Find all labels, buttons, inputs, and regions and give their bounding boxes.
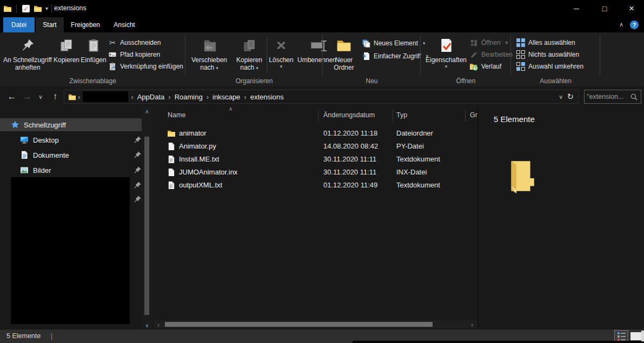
forward-button[interactable]: → xyxy=(19,86,35,107)
column-separator[interactable] xyxy=(465,110,466,122)
scroll-down-icon[interactable]: ∨ xyxy=(142,321,152,329)
properties-button[interactable]: Eigenschaften ▾ xyxy=(424,35,468,75)
scroll-left-icon[interactable]: ‹ xyxy=(154,320,163,328)
edit-button[interactable]: Bearbeiten xyxy=(469,49,513,60)
open-label: Öffnen xyxy=(481,39,501,46)
delete-label: Löschen xyxy=(269,56,293,64)
scroll-right-icon[interactable]: › xyxy=(468,320,476,328)
cut-label: Ausschneiden xyxy=(120,39,161,46)
select-all-button[interactable]: Alles auswählen xyxy=(516,37,583,49)
help-button[interactable]: ? xyxy=(630,21,639,29)
file-modified: 30.11.2020 11:11 xyxy=(323,166,376,179)
invert-selection-icon xyxy=(516,62,525,71)
column-header-type[interactable]: Typ xyxy=(396,107,407,123)
details-header: 5 Elemente xyxy=(494,115,535,124)
qat-new-folder-button[interactable] xyxy=(32,4,43,14)
dropdown-icon: ▾ xyxy=(506,40,508,45)
file-list: ∧ Name Änderungsdatum Typ Größe animator… xyxy=(154,107,477,329)
select-none-icon xyxy=(516,50,525,59)
copy-path-label: Pfad kopieren xyxy=(120,51,160,58)
pushpin-icon xyxy=(21,38,35,52)
paste-shortcut-button[interactable]: Verknüpfung einfügen xyxy=(108,60,183,72)
new-folder-icon xyxy=(34,4,42,13)
breadcrumb-item-appdata[interactable]: AppData xyxy=(135,93,167,101)
search-icon[interactable] xyxy=(630,93,638,101)
column-header-size[interactable]: Größe xyxy=(470,107,477,123)
file-row[interactable]: Animator.py 14.08.2020 08:42 PY-Datei xyxy=(154,140,477,153)
up-button[interactable]: ↑ xyxy=(48,86,63,107)
copy-path-button[interactable]: Pfad kopieren xyxy=(108,49,183,60)
file-list-scrollbar[interactable]: ‹ › xyxy=(154,320,477,328)
sidebar-item-documents[interactable]: Dokumente xyxy=(0,149,142,162)
breadcrumb-item-roaming[interactable]: Roaming xyxy=(172,93,205,101)
qat-properties-button[interactable]: ✓ xyxy=(21,4,31,14)
sidebar-scrollbar[interactable]: ∧ ∨ xyxy=(142,107,152,329)
pin-to-quick-access-button[interactable]: An Schnellzugriff anheften xyxy=(2,35,53,75)
select-none-button[interactable]: Nichts auswählen xyxy=(516,49,583,60)
history-button[interactable]: Verlauf xyxy=(469,60,513,72)
scrollbar-thumb[interactable] xyxy=(144,137,149,315)
sidebar-item-quick-access[interactable]: Schnellzugriff xyxy=(0,118,142,131)
move-to-button[interactable]: Verschieben nach▾ xyxy=(187,35,232,75)
file-row[interactable]: JUMOAnimator.inx 30.11.2020 11:11 INX-Da… xyxy=(154,166,477,179)
new-item-button[interactable]: Neues Element ▾ xyxy=(362,37,428,50)
text-file-icon xyxy=(167,155,175,164)
breadcrumb[interactable]: › › AppData › Roaming › inkscape › exten… xyxy=(64,90,579,104)
scissors-icon: ✂ xyxy=(108,38,117,47)
close-button[interactable]: × xyxy=(619,0,644,17)
column-header-name[interactable]: Name xyxy=(168,107,185,123)
ribbon-group-new: Neuer Ordner Neues Element ▾ Einfacher Z… xyxy=(323,32,421,86)
delete-button[interactable]: × Löschen ▾ xyxy=(267,35,295,75)
address-dropdown-button[interactable]: ∨ xyxy=(557,93,565,100)
column-separator[interactable] xyxy=(318,110,318,122)
breadcrumb-item-extensions[interactable]: extensions xyxy=(248,93,286,101)
file-type: PY-Datei xyxy=(396,140,424,153)
copy-button[interactable]: Kopieren xyxy=(53,35,80,75)
sidebar-redacted xyxy=(11,177,130,324)
copy-to-button[interactable]: Kopieren nach▾ xyxy=(232,35,267,75)
open-button[interactable]: Öffnen ▾ xyxy=(469,37,513,49)
refresh-button[interactable]: ↻ xyxy=(565,92,578,102)
breadcrumb-item-inkscape[interactable]: inkscape xyxy=(210,93,242,101)
open-icon xyxy=(469,38,478,47)
paste-button[interactable]: Einfügen xyxy=(80,35,107,75)
maximize-button[interactable]: □ xyxy=(592,0,617,17)
column-separator[interactable] xyxy=(393,110,393,122)
file-name: Animator.py xyxy=(179,140,216,153)
back-button[interactable]: ← xyxy=(4,86,19,107)
file-type: Textdokument xyxy=(396,153,440,166)
pin-icon xyxy=(133,166,142,174)
paste-label: Einfügen xyxy=(81,56,106,64)
file-modified: 01.12.2020 11:18 xyxy=(323,127,377,140)
tab-home[interactable]: Start xyxy=(36,17,64,32)
scrollbar-thumb[interactable] xyxy=(165,322,433,327)
easy-access-button[interactable]: Einfacher Zugriff ▾ xyxy=(362,50,428,63)
cut-button[interactable]: ✂ Ausschneiden xyxy=(108,37,183,49)
tab-file[interactable]: Datei xyxy=(3,17,35,32)
search-box[interactable] xyxy=(584,90,641,104)
file-row[interactable]: outputXML.txt 01.12.2020 11:49 Textdokum… xyxy=(154,179,477,192)
history-label: Verlauf xyxy=(481,63,501,70)
sidebar-item-pictures[interactable]: Bilder xyxy=(0,164,142,177)
column-header-modified[interactable]: Änderungsdatum xyxy=(323,107,375,123)
tab-share[interactable]: Freigeben xyxy=(67,17,104,32)
sidebar-item-desktop[interactable]: Desktop xyxy=(0,133,142,146)
file-name: Install.ME.txt xyxy=(179,153,219,166)
select-none-label: Nichts auswählen xyxy=(528,51,579,58)
file-icon xyxy=(167,142,175,151)
sort-ascending-icon: ∧ xyxy=(229,107,233,112)
paste-shortcut-label: Verknüpfung einfügen xyxy=(120,63,183,70)
qat-customize-button[interactable]: ▾ xyxy=(45,5,48,11)
file-row[interactable]: Install.ME.txt 30.11.2020 11:11 Textdoku… xyxy=(154,153,477,166)
invert-selection-button[interactable]: Auswahl umkehren xyxy=(516,60,583,72)
recent-locations-button[interactable]: ∨ xyxy=(35,86,47,107)
minimize-button[interactable]: ─ xyxy=(564,0,589,17)
search-input[interactable] xyxy=(585,93,630,100)
new-folder-button[interactable]: Neuer Ordner xyxy=(328,35,360,75)
ribbon-group-organize: Verschieben nach▾ Kopieren nach▾ × Lösch… xyxy=(185,32,323,86)
file-row[interactable]: animator 01.12.2020 11:18 Dateiordner xyxy=(154,127,477,140)
collapse-ribbon-button[interactable]: ∧ xyxy=(619,21,623,28)
scroll-up-icon[interactable]: ∧ xyxy=(142,107,152,116)
ribbon-group-open: Eigenschaften ▾ Öffnen ▾ Bearbeiten Verl… xyxy=(421,32,511,86)
tab-view[interactable]: Ansicht xyxy=(107,17,142,32)
